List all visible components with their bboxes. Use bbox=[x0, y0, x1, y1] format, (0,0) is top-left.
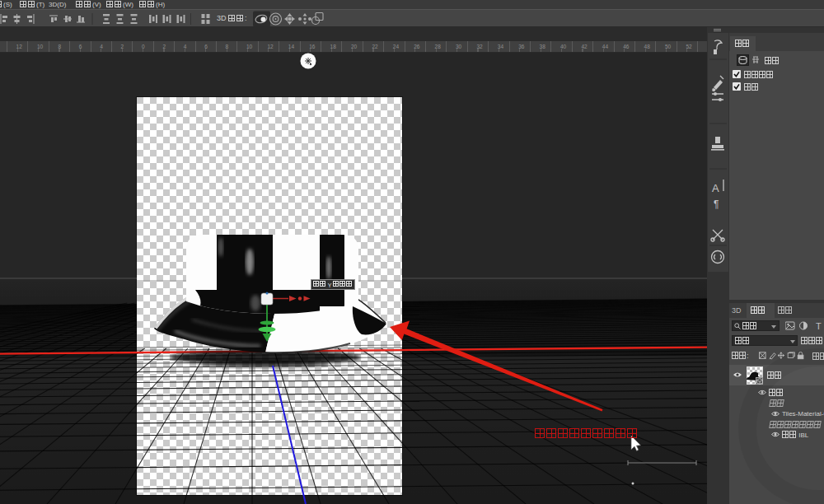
svg-text:A: A bbox=[712, 182, 719, 194]
svg-text:T: T bbox=[816, 321, 822, 330]
svg-text:¶: ¶ bbox=[714, 198, 719, 210]
